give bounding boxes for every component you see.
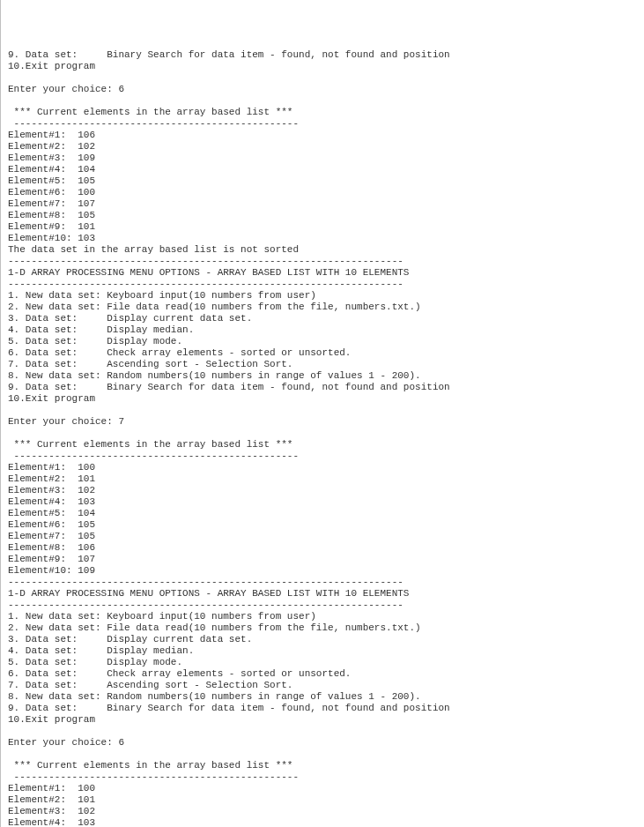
terminal-line: Element#8: 105 <box>8 210 637 221</box>
terminal-line: Element#4: 103 <box>8 496 637 508</box>
terminal-line: Element#7: 105 <box>8 531 637 542</box>
terminal-line: 1-D ARRAY PROCESSING MENU OPTIONS - ARRA… <box>8 588 637 600</box>
terminal-line <box>8 749 637 760</box>
terminal-line: ----------------------------------------… <box>8 451 637 462</box>
terminal-line: 7. Data set: Ascending sort - Selection … <box>8 680 637 691</box>
terminal-line: Element#3: 102 <box>8 806 637 817</box>
terminal-line: Enter your choice: 6 <box>8 737 637 749</box>
terminal-line: 6. Data set: Check array elements - sort… <box>8 347 637 359</box>
terminal-line: Element#9: 107 <box>8 554 637 565</box>
terminal-line: 10.Exit program <box>8 393 637 405</box>
terminal-line: 4. Data set: Display median. <box>8 324 637 336</box>
terminal-line: *** Current elements in the array based … <box>8 107 637 118</box>
terminal-line: 2. New data set: File data read(10 numbe… <box>8 622 637 634</box>
terminal-line: ----------------------------------------… <box>8 256 637 267</box>
terminal-line <box>8 405 637 416</box>
terminal-line: Element#1: 106 <box>8 130 637 141</box>
terminal-line: ----------------------------------------… <box>8 279 637 290</box>
terminal-output: 9. Data set: Binary Search for data item… <box>8 49 637 827</box>
terminal-line: Element#1: 100 <box>8 783 637 794</box>
terminal-line: 8. New data set: Random numbers(10 numbe… <box>8 691 637 703</box>
terminal-line <box>8 72 637 84</box>
terminal-line: Element#3: 102 <box>8 485 637 496</box>
terminal-line: ----------------------------------------… <box>8 600 637 611</box>
terminal-line: Element#6: 105 <box>8 519 637 531</box>
terminal-line: Element#5: 104 <box>8 508 637 519</box>
terminal-line: Element#2: 101 <box>8 473 637 485</box>
terminal-line: 10.Exit program <box>8 61 637 72</box>
terminal-line: Element#10: 103 <box>8 233 637 244</box>
terminal-line: 6. Data set: Check array elements - sort… <box>8 668 637 680</box>
terminal-line: 9. Data set: Binary Search for data item… <box>8 382 637 393</box>
terminal-line: Element#7: 107 <box>8 198 637 210</box>
terminal-line: ----------------------------------------… <box>8 771 637 783</box>
terminal-line: Element#2: 101 <box>8 794 637 806</box>
terminal-line: Element#10: 109 <box>8 565 637 577</box>
terminal-line: 10.Exit program <box>8 714 637 726</box>
terminal-line: 3. Data set: Display current data set. <box>8 313 637 324</box>
terminal-line <box>8 726 637 737</box>
terminal-line: Element#5: 105 <box>8 175 637 187</box>
terminal-line: 9. Data set: Binary Search for data item… <box>8 49 637 61</box>
terminal-line <box>8 428 637 439</box>
terminal-line: 1-D ARRAY PROCESSING MENU OPTIONS - ARRA… <box>8 267 637 279</box>
terminal-line: 9. Data set: Binary Search for data item… <box>8 703 637 714</box>
terminal-line: ----------------------------------------… <box>8 577 637 588</box>
terminal-line: 4. Data set: Display median. <box>8 645 637 657</box>
terminal-line: *** Current elements in the array based … <box>8 439 637 451</box>
terminal-line: 5. Data set: Display mode. <box>8 657 637 668</box>
terminal-line: Element#6: 100 <box>8 187 637 198</box>
terminal-line: Element#3: 109 <box>8 153 637 164</box>
terminal-line: ----------------------------------------… <box>8 118 637 130</box>
terminal-line: Element#9: 101 <box>8 221 637 233</box>
terminal-line: *** Current elements in the array based … <box>8 760 637 771</box>
terminal-line: Element#2: 102 <box>8 141 637 153</box>
terminal-line: 2. New data set: File data read(10 numbe… <box>8 302 637 313</box>
terminal-line: 3. Data set: Display current data set. <box>8 634 637 645</box>
terminal-line: Element#8: 106 <box>8 542 637 554</box>
terminal-line: Element#4: 103 <box>8 817 637 827</box>
terminal-line: Element#1: 100 <box>8 462 637 473</box>
terminal-line: Element#4: 104 <box>8 164 637 175</box>
terminal-line: Enter your choice: 6 <box>8 84 637 95</box>
terminal-line: 5. Data set: Display mode. <box>8 336 637 347</box>
terminal-line: The data set in the array based list is … <box>8 244 637 256</box>
terminal-line: 7. Data set: Ascending sort - Selection … <box>8 359 637 370</box>
terminal-line: Enter your choice: 7 <box>8 416 637 428</box>
terminal-line: 8. New data set: Random numbers(10 numbe… <box>8 370 637 382</box>
terminal-line <box>8 95 637 107</box>
terminal-line: 1. New data set: Keyboard input(10 numbe… <box>8 611 637 622</box>
terminal-line: 1. New data set: Keyboard input(10 numbe… <box>8 290 637 302</box>
